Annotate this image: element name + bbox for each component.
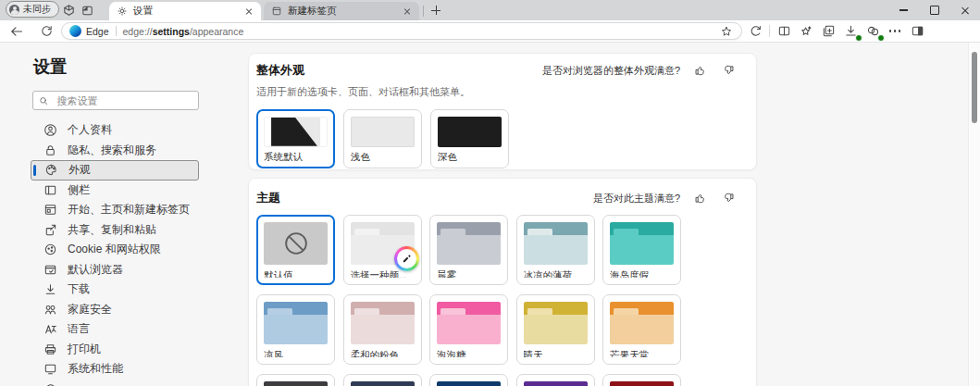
tab-settings[interactable]: 设置 <box>109 2 261 20</box>
address-brand-label: Edge <box>86 26 109 37</box>
option-dark[interactable]: 深色 <box>430 109 509 168</box>
close-tab-icon[interactable] <box>401 5 414 18</box>
option-light[interactable]: 浅色 <box>343 109 422 168</box>
thumbs-down-icon[interactable] <box>721 191 736 205</box>
thumbs-down-icon[interactable] <box>721 63 736 78</box>
search-input[interactable] <box>55 94 192 107</box>
sidebar-item-cookies-permissions[interactable]: Cookie 和网站权限 <box>31 240 199 260</box>
sidebar-item-cutoff[interactable] <box>31 380 199 386</box>
theme-swatch <box>524 302 588 344</box>
theme-row3-4[interactable] <box>516 374 595 386</box>
printer-icon <box>43 342 57 356</box>
theme-custom-color[interactable]: 选择一种颜... <box>343 215 422 285</box>
theme-icy-mint[interactable]: 冰凉的薄荷 <box>516 215 595 285</box>
address-divider <box>116 26 117 36</box>
system-default-swatch <box>264 117 328 147</box>
tab-title: 设置 <box>133 5 242 18</box>
theme-swatch <box>610 222 674 265</box>
appearance-options: 系统默认 浅色 深色 <box>256 109 736 168</box>
browser-essentials-icon[interactable] <box>862 22 884 41</box>
thumbs-up-icon[interactable] <box>693 63 708 78</box>
maximize-button[interactable] <box>919 0 949 20</box>
browser-toolbar: Edge edge://settings/appearance <box>0 20 980 43</box>
language-icon <box>43 322 57 336</box>
profile-sync-status: 未同步 <box>23 3 51 16</box>
sidebar-item-start-home-newtab[interactable]: 开始、主页和新建标签页 <box>31 200 199 220</box>
sidebar-item-profiles[interactable]: 个人资料 <box>31 120 199 141</box>
profile-icon <box>43 123 57 137</box>
color-picker-icon[interactable] <box>394 246 419 271</box>
minimize-button[interactable] <box>888 0 919 20</box>
sidebar-item-family-safety[interactable]: 家庭安全 <box>31 300 199 320</box>
settings-sidebar: 设置 个人资料 隐私、搜索和服务 外观 侧栏 开始、主页和新建标签页 <box>0 43 241 386</box>
settings-nav-list: 个人资料 隐私、搜索和服务 外观 侧栏 开始、主页和新建标签页 共享、复制和粘贴… <box>31 120 199 386</box>
family-icon <box>43 303 57 317</box>
section-subtitle: 适用于新的选项卡、页面、对话框和其他菜单。 <box>256 85 736 99</box>
default-browser-icon <box>43 263 57 277</box>
close-window-button[interactable] <box>949 0 980 20</box>
scrollbar-thumb[interactable] <box>972 52 977 123</box>
theme-row3-1[interactable] <box>256 374 335 386</box>
back-icon[interactable] <box>6 22 28 41</box>
sidebar-item-privacy[interactable]: 隐私、搜索和服务 <box>31 141 199 161</box>
sidebar-toggle-icon[interactable] <box>906 22 928 41</box>
theme-swatch <box>264 222 328 265</box>
sidebar-item-system-performance[interactable]: 系统和性能 <box>31 359 199 380</box>
themes-section: 主题 是否对此主题满意? 默认值 选择一种颜... <box>248 178 757 386</box>
theme-swatch <box>437 302 501 344</box>
url-text: edge://settings/appearance <box>123 26 717 37</box>
theme-swatch <box>610 302 674 344</box>
gear-icon <box>117 6 128 17</box>
theme-morning-fog[interactable]: 晨雾 <box>429 215 508 285</box>
refresh-icon[interactable] <box>35 22 57 41</box>
overall-appearance-section: 整体外观 是否对浏览器的整体外观满意? 适用于新的选项卡、页面、对话框和其他菜单… <box>248 53 757 170</box>
address-bar[interactable]: Edge edge://settings/appearance <box>61 22 742 40</box>
split-screen-icon[interactable] <box>773 22 795 41</box>
theme-grid: 默认值 选择一种颜... 晨雾 冰凉的薄荷 海岛度假 凉风 <box>256 215 736 386</box>
option-system-default[interactable]: 系统默认 <box>256 109 335 168</box>
tab-new-tab-page[interactable]: 新建标签页 <box>264 2 419 20</box>
theme-default[interactable]: 默认值 <box>256 215 335 285</box>
theme-row3-2[interactable] <box>343 374 422 386</box>
theme-soft-pink[interactable]: 柔和的粉色 <box>343 294 422 365</box>
theme-sunny-day[interactable]: 晴天 <box>516 294 595 365</box>
search-settings-box[interactable] <box>32 91 199 110</box>
collections-icon[interactable] <box>817 22 839 41</box>
theme-row3-5[interactable] <box>602 374 681 386</box>
theme-row3-3[interactable] <box>429 374 508 386</box>
share-icon <box>43 223 57 237</box>
theme-cool-breeze[interactable]: 凉风 <box>256 294 335 365</box>
palette-icon <box>44 163 58 177</box>
theme-swatch <box>610 381 674 386</box>
cookie-icon <box>43 243 57 256</box>
profile-button[interactable]: 未同步 <box>6 1 59 18</box>
window-controls <box>888 0 980 20</box>
sidebar-item-share-copy-paste[interactable]: 共享、复制和粘贴 <box>31 220 199 241</box>
sidebar-item-downloads[interactable]: 下载 <box>31 280 199 300</box>
sidebar-item-sidebar[interactable]: 侧栏 <box>31 181 199 201</box>
update-icon[interactable] <box>744 22 766 41</box>
light-swatch <box>351 117 415 147</box>
sidebar-item-default-browser[interactable]: 默认浏览器 <box>31 260 199 280</box>
page-title: 设置 <box>33 56 241 78</box>
theme-bubble-gum[interactable]: 泡泡糖 <box>429 294 508 365</box>
theme-feedback: 是否对此主题满意? <box>593 191 736 205</box>
theme-swatch <box>437 222 501 265</box>
favorites-icon[interactable] <box>795 22 817 41</box>
close-tab-icon[interactable] <box>242 5 255 18</box>
download-icon <box>43 282 57 296</box>
settings-more-icon[interactable] <box>884 22 906 41</box>
theme-island-getaway[interactable]: 海岛度假 <box>602 215 681 285</box>
sidebar-item-languages[interactable]: 语言 <box>31 319 199 340</box>
none-icon <box>282 230 309 257</box>
tab-actions-icon[interactable] <box>78 2 96 19</box>
downloads-icon[interactable] <box>839 22 862 41</box>
new-tab-button[interactable] <box>428 2 444 19</box>
favorite-star-icon[interactable] <box>717 22 736 41</box>
sidebar-item-appearance[interactable]: 外观 <box>31 160 199 181</box>
thumbs-up-icon[interactable] <box>693 191 708 205</box>
theme-swatch <box>351 381 415 386</box>
sidebar-item-printers[interactable]: 打印机 <box>31 340 199 360</box>
workspaces-icon[interactable] <box>59 2 78 19</box>
theme-mango-paradise[interactable]: 芒果天堂 <box>602 294 681 365</box>
